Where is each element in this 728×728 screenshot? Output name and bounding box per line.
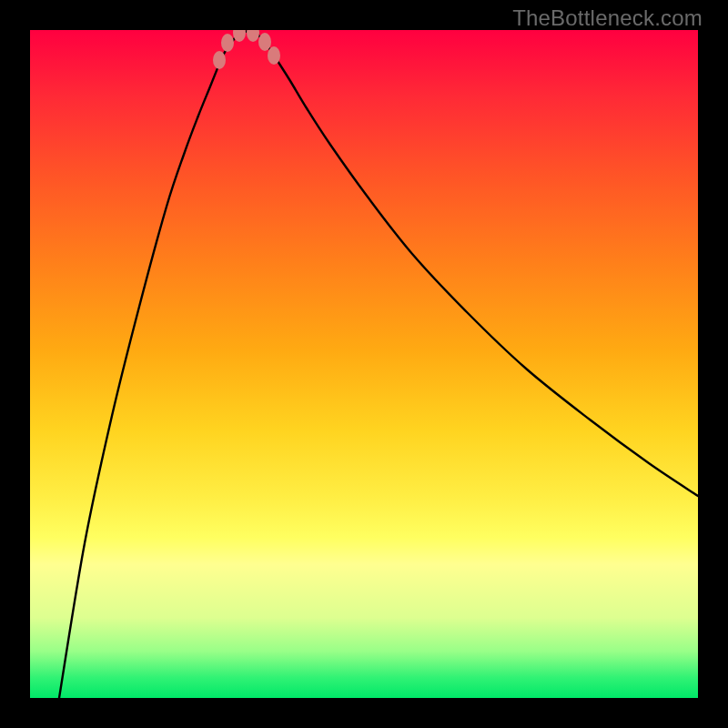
credit-text: TheBottleneck.com: [512, 5, 703, 31]
marker-dot: [213, 51, 226, 69]
curve-left: [59, 30, 250, 698]
marker-dot: [221, 34, 234, 52]
marker-dot: [258, 33, 271, 51]
curve-right: [250, 30, 698, 496]
marker-dot: [233, 30, 246, 42]
marker-dot: [247, 30, 259, 42]
marker-group: [213, 30, 280, 69]
curves-svg: [30, 30, 698, 698]
plot-frame: [30, 30, 698, 698]
marker-dot: [268, 46, 280, 65]
